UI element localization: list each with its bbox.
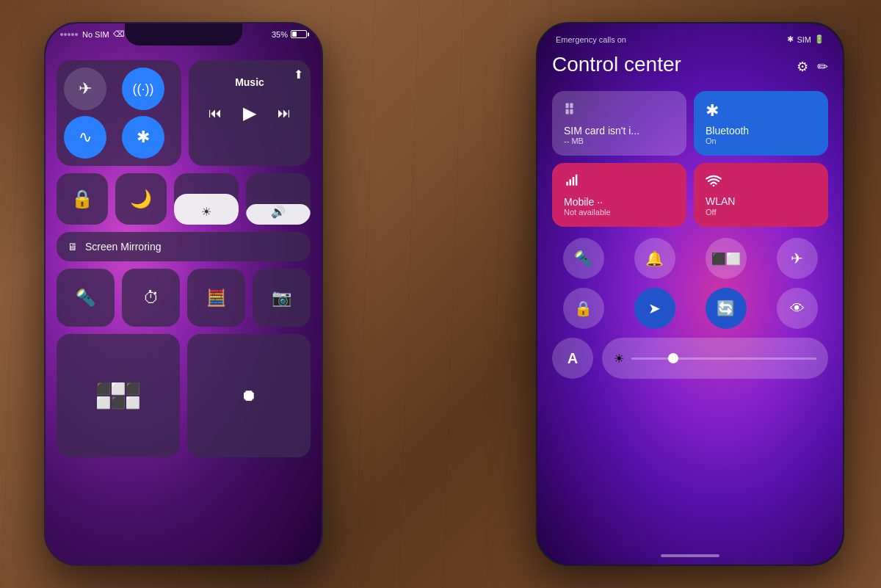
android-home-indicator[interactable]: [661, 554, 719, 557]
rewind-icon[interactable]: ⏮: [209, 106, 222, 121]
flashlight-button[interactable]: 🔦: [57, 269, 115, 327]
mobile-tile[interactable]: Mobile ·· Not available: [552, 163, 686, 227]
svg-rect-7: [576, 175, 578, 186]
bluetooth-button[interactable]: ✱: [122, 116, 164, 159]
cc-title-icons: ⚙ ✏: [797, 59, 828, 75]
cc-top-row: ✈ ((·)) ∿ ✱ ⬆ Music: [57, 60, 311, 166]
brightness-slider[interactable]: ☀: [174, 173, 239, 225]
signal-dot: [71, 33, 74, 36]
calculator-button[interactable]: 🧮: [187, 269, 245, 327]
android-status-icons: ✱ SIM 🔋: [787, 35, 824, 44]
signal-dot: [75, 33, 78, 36]
airplay-icon[interactable]: ⬆: [294, 68, 303, 81]
mobile-tile-label: Mobile ··: [564, 196, 675, 208]
volume-slider[interactable]: 🔊: [246, 173, 311, 225]
wlan-tile[interactable]: WLAN Off: [694, 163, 828, 227]
cc-bottom-icons-row1: 🔦 ⏱ 🧮 📷: [57, 269, 311, 327]
android-top-tiles: SIM card isn't i... -- MB ✱ Bluetooth On: [552, 91, 828, 156]
moon-icon: 🌙: [130, 189, 152, 209]
bluetooth-tile-label: Bluetooth: [706, 125, 816, 137]
svg-rect-3: [570, 109, 573, 115]
cc-bottom-icons-row2: ⬛⬜⬛⬜⬛⬜ ⏺: [57, 334, 311, 457]
iphone-right-status: 35%: [272, 30, 307, 39]
wifi-button[interactable]: ∿: [64, 116, 106, 159]
android-a-button[interactable]: A: [552, 338, 593, 379]
android-screen: Emergency calls on ✱ SIM 🔋 Control cente…: [537, 23, 843, 565]
android-brightness-control[interactable]: ☀: [602, 338, 828, 379]
android-airplane-icon: ✈: [791, 250, 803, 267]
music-panel[interactable]: ⬆ Music ⏮ ▶ ⏭: [189, 60, 311, 166]
battery-pct: 35%: [272, 30, 288, 39]
no-sim-label: No SIM: [82, 30, 109, 39]
android-bell-button[interactable]: 🔔: [634, 238, 675, 279]
emergency-calls-label: Emergency calls on: [556, 35, 626, 44]
android-icon-row1: 🔦 🔔 ⬛⬜ ✈: [552, 238, 828, 279]
screen-mirror-icon: 🖥: [68, 241, 78, 253]
do-not-disturb-button[interactable]: 🌙: [115, 173, 167, 225]
portrait-lock-button[interactable]: 🔒: [57, 173, 108, 225]
android-location-icon: ➤: [648, 300, 661, 317]
android-flashlight-button[interactable]: 🔦: [563, 238, 604, 279]
mobile-tile-icon: [564, 173, 675, 192]
cc-title: Control center: [552, 53, 681, 76]
svg-rect-1: [570, 104, 573, 109]
record-icon: ⏺: [241, 386, 257, 405]
sim-tile-icon: [564, 101, 675, 120]
android-bottom-row: A ☀: [552, 338, 828, 379]
cellular-button[interactable]: ((·)): [122, 68, 164, 110]
android-eye-button[interactable]: 👁: [777, 288, 818, 329]
android-lock-button[interactable]: 🔒: [563, 288, 604, 329]
android-bell-icon: 🔔: [645, 250, 664, 267]
android-screenshot-icon: ⬛⬜: [711, 252, 741, 266]
flashlight-icon: 🔦: [76, 288, 95, 308]
svg-rect-6: [573, 177, 575, 186]
signal-dot: [60, 33, 63, 36]
iphone-control-center: ✈ ((·)) ∿ ✱ ⬆ Music: [57, 60, 311, 553]
android-screenlock-button[interactable]: 🔄: [706, 288, 747, 329]
iphone-device: No SIM ⌫ 35% ✈ ((·)): [44, 22, 323, 566]
screen-mirror-label: Screen Mirroring: [85, 241, 161, 253]
android-flashlight-icon: 🔦: [574, 250, 592, 267]
music-controls: ⏮ ▶ ⏭: [197, 103, 302, 123]
sliders-area: ☀ 🔊: [174, 173, 311, 225]
svg-rect-2: [566, 109, 569, 115]
portrait-lock-icon: 🔒: [71, 189, 93, 209]
calculator-icon: 🧮: [206, 288, 226, 308]
signal-dot: [68, 33, 70, 36]
settings-icon[interactable]: ⚙: [797, 59, 808, 75]
brightness-thumb: [668, 353, 678, 363]
bluetooth-tile[interactable]: ✱ Bluetooth On: [694, 91, 828, 156]
signal-dots: [60, 33, 78, 36]
cellular-icon: ((·)): [133, 81, 154, 97]
edit-icon[interactable]: ✏: [817, 59, 828, 75]
sim-tile[interactable]: SIM card isn't i... -- MB: [552, 91, 686, 156]
qr-scanner-button[interactable]: ⬛⬜⬛⬜⬛⬜: [57, 334, 180, 457]
camera-button[interactable]: 📷: [253, 269, 311, 327]
svg-point-8: [713, 185, 715, 186]
airplane-button[interactable]: ✈: [64, 68, 106, 110]
connectivity-panel: ✈ ((·)) ∿ ✱: [57, 60, 181, 166]
iphone-signal-area: No SIM ⌫: [60, 29, 125, 39]
android-screenshot-button[interactable]: ⬛⬜: [706, 238, 747, 279]
android-control-center: Control center ⚙ ✏: [552, 53, 828, 550]
svg-rect-5: [570, 179, 572, 185]
screen-record-button[interactable]: ⏺: [187, 334, 311, 457]
bluetooth-tile-sublabel: On: [706, 137, 816, 145]
brightness-track: [631, 357, 816, 360]
android-status-bar: Emergency calls on ✱ SIM 🔋: [556, 35, 824, 44]
screen-mirroring-button[interactable]: 🖥 Screen Mirroring: [57, 232, 311, 261]
cc-title-row: Control center ⚙ ✏: [552, 53, 828, 80]
android-location-button[interactable]: ➤: [634, 288, 675, 329]
music-title: Music: [197, 76, 302, 88]
wifi-icon: ∿: [79, 128, 92, 147]
android-screenlock-icon: 🔄: [717, 300, 735, 317]
iphone-screen: No SIM ⌫ 35% ✈ ((·)): [46, 23, 322, 565]
play-icon[interactable]: ▶: [243, 103, 256, 123]
timer-button[interactable]: ⏱: [122, 269, 180, 327]
wlan-tile-sublabel: Off: [706, 208, 816, 217]
fast-forward-icon[interactable]: ⏭: [278, 106, 291, 121]
wlan-tile-icon: [706, 173, 816, 190]
android-airplane-button[interactable]: ✈: [777, 238, 818, 279]
signal-dot: [64, 33, 67, 36]
bluetooth-tile-icon: ✱: [706, 101, 816, 120]
